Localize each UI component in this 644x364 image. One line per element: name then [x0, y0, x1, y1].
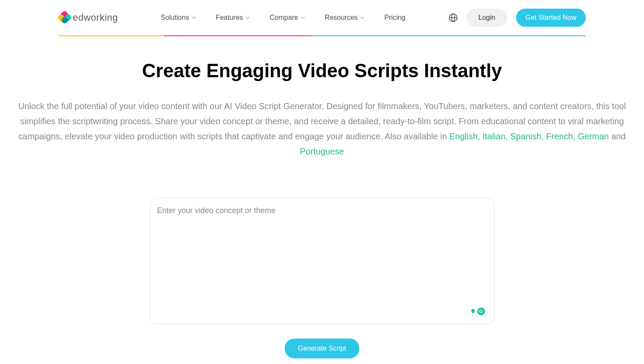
hero-description: Unlock the full potential of your video … — [14, 99, 630, 159]
lang-link-english[interactable]: English — [449, 132, 478, 141]
lang-link-french[interactable]: French — [546, 132, 573, 141]
logo-text: edworking — [73, 12, 118, 23]
login-button[interactable]: Login — [467, 9, 507, 27]
generate-script-button[interactable]: Generate Script — [285, 339, 359, 358]
get-started-button[interactable]: Get Started Now — [516, 9, 586, 27]
input-section: G Generate Script — [141, 198, 503, 358]
desc-and: and — [609, 132, 625, 141]
lang-link-italian[interactable]: Italian — [482, 132, 505, 141]
textarea-wrapper: G — [150, 198, 495, 324]
chevron-down-icon — [360, 16, 364, 19]
nav-item-label: Pricing — [384, 14, 405, 22]
nav-pricing[interactable]: Pricing — [384, 14, 405, 22]
nav-item-label: Solutions — [161, 14, 189, 22]
lang-link-german[interactable]: German — [578, 132, 609, 141]
nav-solutions[interactable]: Solutions — [161, 14, 196, 22]
nav-item-label: Features — [216, 14, 243, 22]
chevron-down-icon — [246, 16, 250, 19]
main-nav: Solutions Features Compare Resources Pri… — [161, 14, 405, 22]
lang-link-spanish[interactable]: Spanish — [510, 132, 541, 141]
nav-resources[interactable]: Resources — [325, 14, 364, 22]
grammarly-icon: G — [477, 308, 485, 315]
page-title: Create Engaging Video Scripts Instantly — [13, 60, 631, 82]
nav-item-label: Resources — [325, 14, 358, 22]
globe-icon[interactable] — [448, 13, 458, 22]
grammarly-badge[interactable]: G — [467, 306, 487, 317]
nav-features[interactable]: Features — [216, 14, 250, 22]
main-header: edworking Solutions Features Compare Res… — [0, 0, 644, 35]
concept-input[interactable] — [157, 206, 487, 314]
nav-item-label: Compare — [270, 14, 298, 22]
lang-link-portuguese[interactable]: Portuguese — [300, 147, 344, 156]
logo[interactable]: edworking — [58, 11, 118, 24]
chevron-down-icon — [192, 16, 196, 19]
header-right: Login Get Started Now — [448, 9, 586, 27]
nav-compare[interactable]: Compare — [270, 14, 305, 22]
hero-section: Create Engaging Video Scripts Instantly … — [0, 36, 644, 163]
lightbulb-icon — [470, 308, 476, 315]
chevron-down-icon — [301, 16, 305, 19]
logo-icon — [58, 11, 71, 24]
